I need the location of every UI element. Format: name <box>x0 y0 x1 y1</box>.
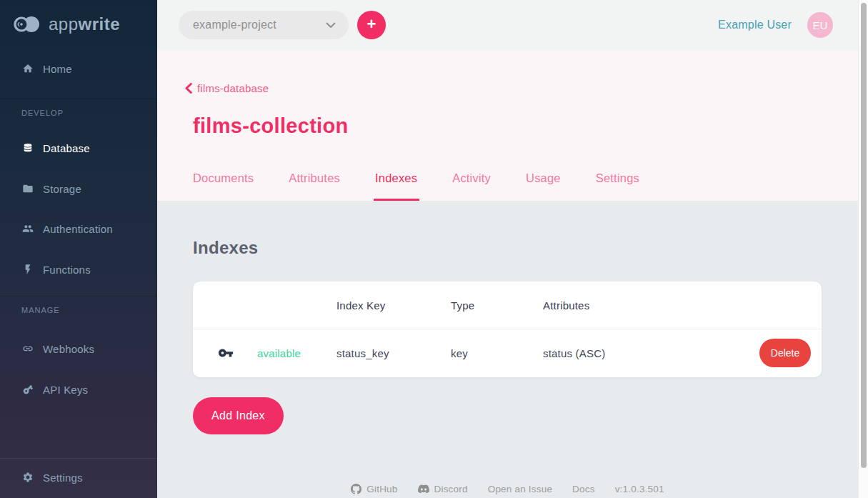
collection-header: films-database films-collection Document… <box>157 50 868 201</box>
database-icon <box>21 142 34 154</box>
tab-attributes[interactable]: Attributes <box>289 170 340 201</box>
home-icon <box>21 63 34 75</box>
user-area: Example User EU <box>718 0 833 50</box>
key-icon <box>218 345 257 361</box>
folder-icon <box>21 183 34 195</box>
project-selector-value: example-project <box>193 19 326 31</box>
scrollbar-thumb[interactable] <box>861 3 867 468</box>
sidebar-section-manage: MANAGE <box>21 306 60 314</box>
version-label: v:1.0.3.501 <box>615 484 664 494</box>
appwrite-logo-text: appwrite <box>49 14 120 34</box>
table-header-row: Index Key Type Attributes <box>193 282 822 329</box>
sidebar-divider <box>0 99 157 99</box>
footer-link-docs[interactable]: Docs <box>572 484 595 494</box>
sidebar-divider <box>0 296 157 297</box>
sidebar-item-authentication[interactable]: Authentication <box>0 216 157 241</box>
status-badge: available <box>257 347 336 359</box>
sidebar-item-settings[interactable]: Settings <box>0 464 157 490</box>
sidebar-item-api-keys[interactable]: API Keys <box>0 377 157 402</box>
chevron-down-icon <box>326 22 336 29</box>
sidebar-item-label: Webhooks <box>43 343 94 355</box>
section-heading: Indexes <box>193 238 258 258</box>
appwrite-logo[interactable]: appwrite <box>13 14 120 34</box>
footer: GitHub Discord Open an Issue Docs v:1.0.… <box>157 480 858 498</box>
sidebar-item-label: Settings <box>43 472 83 484</box>
sidebar-item-label: Authentication <box>43 223 113 235</box>
sidebar-item-database[interactable]: Database <box>0 135 157 161</box>
topbar: example-project + Example User EU <box>157 0 868 50</box>
footer-link-github[interactable]: GitHub <box>351 484 397 494</box>
gear-icon <box>21 472 34 484</box>
add-project-button[interactable]: + <box>357 11 386 39</box>
key-icon <box>21 384 34 396</box>
cell-type: key <box>451 347 543 359</box>
cell-index-key: status_key <box>336 347 451 359</box>
tab-activity[interactable]: Activity <box>452 170 491 201</box>
appwrite-logo-icon <box>13 14 43 34</box>
column-header-index-key: Index Key <box>336 299 451 312</box>
table-row: available status_key key status (ASC) De… <box>193 329 822 377</box>
lightning-icon <box>21 264 34 276</box>
breadcrumb[interactable]: films-database <box>185 82 269 94</box>
tab-usage[interactable]: Usage <box>526 170 561 201</box>
tab-indexes[interactable]: Indexes <box>375 170 417 201</box>
project-selector[interactable]: example-project <box>179 11 349 39</box>
sidebar-item-home[interactable]: Home <box>0 56 157 81</box>
sidebar-item-webhooks[interactable]: Webhooks <box>0 336 157 362</box>
appwrite-console: appwrite Home DEVELOP Database Storage <box>0 0 868 498</box>
column-header-attributes: Attributes <box>543 299 749 312</box>
sidebar-item-label: Database <box>43 142 90 154</box>
footer-link-open-issue[interactable]: Open an Issue <box>488 484 552 494</box>
column-header-type: Type <box>451 299 543 312</box>
link-icon <box>21 343 34 355</box>
scrollbar-track[interactable] <box>858 0 868 498</box>
sidebar-section-develop: DEVELOP <box>21 109 64 117</box>
discord-icon <box>418 484 429 494</box>
breadcrumb-label: films-database <box>197 82 269 94</box>
avatar[interactable]: EU <box>807 12 833 38</box>
sidebar-item-label: Functions <box>43 264 91 276</box>
sidebar-item-label: API Keys <box>43 384 88 396</box>
add-index-button[interactable]: Add Index <box>193 397 284 434</box>
tab-documents[interactable]: Documents <box>193 170 254 201</box>
delete-button[interactable]: Delete <box>759 339 811 367</box>
sidebar-divider <box>0 458 157 459</box>
tab-settings[interactable]: Settings <box>596 170 639 201</box>
sidebar: appwrite Home DEVELOP Database Storage <box>0 0 157 498</box>
sidebar-item-label: Storage <box>43 183 81 195</box>
github-icon <box>351 484 361 494</box>
sidebar-item-label: Home <box>43 63 72 75</box>
tab-bar: Documents Attributes Indexes Activity Us… <box>193 170 639 201</box>
users-icon <box>21 223 34 235</box>
user-name-link[interactable]: Example User <box>718 19 792 31</box>
sidebar-item-functions[interactable]: Functions <box>0 257 157 282</box>
indexes-table: Index Key Type Attributes available stat… <box>193 282 822 377</box>
page-title: films-collection <box>193 114 349 138</box>
chevron-left-icon <box>185 83 192 94</box>
cell-attributes: status (ASC) <box>543 347 749 359</box>
footer-link-discord[interactable]: Discord <box>418 484 468 494</box>
sidebar-item-storage[interactable]: Storage <box>0 176 157 201</box>
